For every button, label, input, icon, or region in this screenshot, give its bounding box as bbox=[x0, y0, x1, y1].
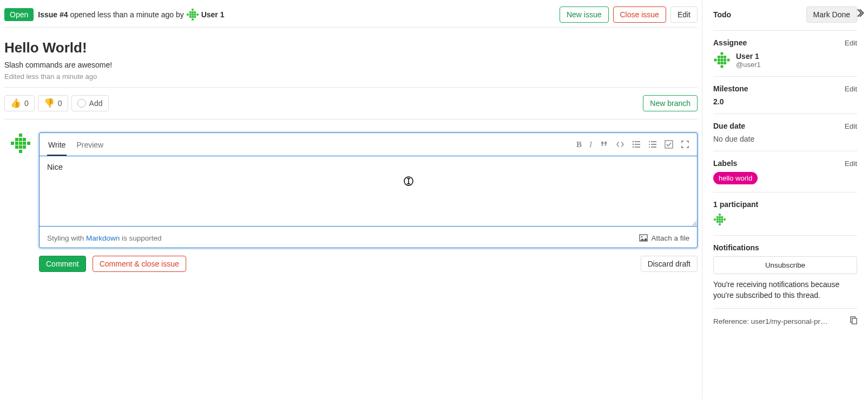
close-issue-button[interactable]: Close issue bbox=[613, 6, 666, 23]
participants-title: 1 participant bbox=[713, 200, 758, 209]
notifications-title: Notifications bbox=[713, 243, 759, 252]
quote-icon[interactable] bbox=[600, 140, 608, 149]
svg-point-28 bbox=[641, 236, 643, 238]
reactions-row: 👍 0 👎 0 Add New branch bbox=[4, 88, 698, 119]
due-date-title: Due date bbox=[713, 122, 745, 130]
issue-edited-note: Edited less than a minute ago bbox=[4, 72, 698, 81]
italic-icon[interactable]: I bbox=[589, 140, 592, 149]
discard-draft-button[interactable]: Discard draft bbox=[641, 256, 698, 272]
svg-rect-22 bbox=[651, 147, 656, 148]
smiley-icon bbox=[77, 99, 86, 108]
fullscreen-icon[interactable] bbox=[681, 140, 689, 149]
add-reaction-label: Add bbox=[89, 99, 103, 108]
edit-issue-button[interactable]: Edit bbox=[670, 6, 698, 23]
comment-button[interactable]: Comment bbox=[39, 256, 86, 272]
bold-icon[interactable]: B bbox=[576, 140, 582, 149]
comment-editor: Write Preview B I bbox=[39, 132, 698, 248]
thumbs-up-button[interactable]: 👍 0 bbox=[4, 95, 35, 111]
add-reaction-button[interactable]: Add bbox=[71, 95, 109, 111]
svg-rect-15 bbox=[635, 141, 640, 142]
svg-rect-25 bbox=[649, 147, 650, 148]
editor-toolbar: B I bbox=[576, 140, 689, 149]
milestone-value[interactable]: 2.0 bbox=[713, 97, 857, 106]
task-list-icon[interactable] bbox=[665, 140, 673, 149]
thumbs-down-button[interactable]: 👎 0 bbox=[38, 95, 68, 111]
svg-point-16 bbox=[633, 144, 634, 145]
copy-reference-icon[interactable] bbox=[849, 316, 857, 326]
author-name[interactable]: User 1 bbox=[201, 10, 225, 19]
issue-body: Hello World! Slash commands are awesome!… bbox=[4, 28, 698, 88]
new-issue-button[interactable]: New issue bbox=[560, 6, 609, 23]
svg-rect-21 bbox=[651, 144, 656, 145]
preview-tab[interactable]: Preview bbox=[75, 133, 104, 156]
issue-title: Hello World! bbox=[4, 39, 698, 56]
milestone-edit-link[interactable]: Edit bbox=[845, 85, 857, 93]
due-date-value: No due date bbox=[713, 135, 857, 143]
comment-and-close-button[interactable]: Comment & close issue bbox=[93, 256, 186, 272]
thumbs-down-count: 0 bbox=[58, 99, 62, 108]
thumbs-up-icon: 👍 bbox=[10, 99, 21, 108]
opened-text: opened less than a minute ago by bbox=[70, 10, 184, 19]
markdown-link[interactable]: Markdown bbox=[86, 234, 120, 242]
status-badge: Open bbox=[4, 8, 34, 21]
unsubscribe-button[interactable]: Unsubscribe bbox=[713, 256, 857, 274]
new-branch-button[interactable]: New branch bbox=[643, 95, 698, 111]
svg-rect-30 bbox=[852, 318, 857, 324]
attach-file-label: Attach a file bbox=[651, 234, 689, 242]
issue-header: Open Issue #4 opened less than a minute … bbox=[4, 2, 698, 28]
reference-text: Reference: user1/my-personal-pr… bbox=[713, 317, 828, 325]
assignee-name[interactable]: User 1 bbox=[736, 52, 761, 61]
svg-point-18 bbox=[633, 147, 634, 148]
svg-rect-19 bbox=[635, 147, 640, 148]
assignee-title: Assignee bbox=[713, 38, 747, 47]
svg-rect-20 bbox=[651, 141, 656, 142]
participant-avatar[interactable] bbox=[713, 213, 726, 226]
thumbs-up-count: 0 bbox=[24, 99, 29, 108]
issue-ref: Issue #4 bbox=[38, 10, 68, 19]
comment-textarea[interactable]: Nice bbox=[40, 156, 697, 227]
image-icon bbox=[639, 234, 648, 242]
assignee-edit-link[interactable]: Edit bbox=[845, 39, 857, 47]
mark-done-button[interactable]: Mark Done bbox=[806, 6, 857, 23]
svg-point-14 bbox=[633, 141, 634, 143]
numbered-list-icon[interactable] bbox=[648, 140, 657, 149]
todo-title: Todo bbox=[713, 10, 731, 19]
milestone-title: Milestone bbox=[713, 84, 748, 93]
labels-title: Labels bbox=[713, 159, 737, 168]
current-user-avatar[interactable] bbox=[10, 132, 31, 154]
write-tab[interactable]: Write bbox=[47, 133, 67, 156]
svg-rect-26 bbox=[665, 141, 673, 148]
markdown-hint: Styling with Markdown is supported bbox=[47, 234, 162, 242]
svg-rect-24 bbox=[649, 144, 650, 145]
bullet-list-icon[interactable] bbox=[632, 140, 641, 149]
assignee-avatar[interactable] bbox=[713, 51, 731, 69]
issue-meta: Issue #4 opened less than a minute ago b… bbox=[38, 8, 555, 21]
svg-rect-17 bbox=[635, 144, 640, 145]
svg-rect-23 bbox=[649, 141, 650, 142]
comment-area: Write Preview B I bbox=[4, 119, 698, 272]
due-date-edit-link[interactable]: Edit bbox=[845, 122, 857, 130]
assignee-handle: @user1 bbox=[736, 61, 761, 69]
labels-edit-link[interactable]: Edit bbox=[845, 159, 857, 168]
label-chip[interactable]: hello world bbox=[713, 172, 758, 184]
code-icon[interactable] bbox=[616, 140, 624, 149]
notifications-text: You're receiving notifications because y… bbox=[713, 280, 857, 301]
attach-file-button[interactable]: Attach a file bbox=[639, 234, 689, 242]
author-avatar[interactable] bbox=[186, 8, 199, 21]
issue-description: Slash commands are awesome! bbox=[4, 61, 698, 69]
thumbs-down-icon: 👎 bbox=[44, 99, 55, 108]
sidebar: Todo Mark Done Assignee Edit User 1 @use… bbox=[702, 0, 868, 399]
expand-sidebar-icon[interactable] bbox=[857, 9, 866, 19]
